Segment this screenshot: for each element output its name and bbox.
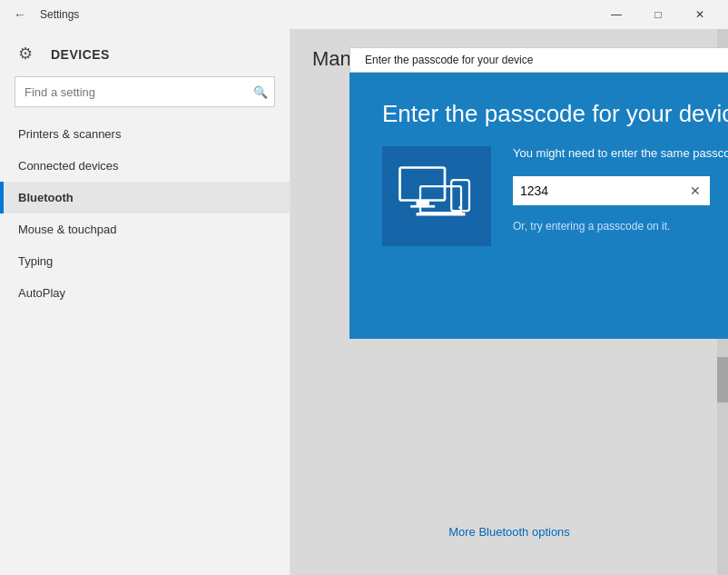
window-title: Settings xyxy=(40,8,79,21)
back-button[interactable]: ← xyxy=(7,2,33,27)
sidebar-item-bluetooth[interactable]: Bluetooth xyxy=(0,182,290,213)
dialog-body: Enter the passcode for your device xyxy=(349,73,728,339)
dialog-content-row: You might need to enter the same passcod… xyxy=(382,146,728,246)
dialog-description: You might need to enter the same passcod… xyxy=(513,146,728,160)
dialog-alt-text: Or, try entering a passcode on it. xyxy=(513,220,728,233)
sidebar-item-printers[interactable]: Printers & scanners xyxy=(0,118,290,150)
search-icon: 🔍 xyxy=(253,85,268,99)
sidebar: ⚙ DEVICES 🔍 Printers & scanners Connecte… xyxy=(0,29,290,575)
svg-rect-0 xyxy=(400,168,446,201)
device-illustration xyxy=(396,160,477,233)
title-bar: ← Settings — □ ✕ xyxy=(0,0,728,29)
content-area: Manage Bluetooth devices Enter the passc… xyxy=(290,29,728,575)
close-button[interactable]: ✕ xyxy=(679,0,721,29)
devices-icon: ⚙ xyxy=(18,44,40,65)
maximize-button[interactable]: □ xyxy=(637,0,679,29)
dialog-right: You might need to enter the same passcod… xyxy=(513,146,728,233)
sidebar-item-connected[interactable]: Connected devices xyxy=(0,150,290,182)
svg-rect-1 xyxy=(417,201,429,205)
sidebar-title: DEVICES xyxy=(51,47,110,62)
svg-rect-5 xyxy=(417,213,466,216)
window-controls: — □ ✕ xyxy=(595,0,721,29)
sidebar-item-mouse[interactable]: Mouse & touchpad xyxy=(0,213,290,245)
dialog-tooltip-bar: Enter the passcode for your device xyxy=(349,47,728,73)
dialog-title: Enter the passcode for your device xyxy=(382,100,728,128)
sidebar-item-typing[interactable]: Typing xyxy=(0,245,290,277)
sidebar-header: ⚙ DEVICES xyxy=(0,29,290,76)
passcode-input-row: ✕ xyxy=(513,176,728,205)
passcode-dialog: Enter the passcode for your device Enter… xyxy=(349,47,728,339)
device-icon-box xyxy=(382,146,491,246)
dialog-buttons: Next Cancel xyxy=(382,273,728,306)
svg-point-7 xyxy=(458,206,462,210)
search-input[interactable] xyxy=(15,76,275,107)
passcode-clear-button[interactable]: ✕ xyxy=(681,176,710,205)
minimize-button[interactable]: — xyxy=(595,0,637,29)
passcode-input[interactable] xyxy=(513,176,681,205)
svg-rect-2 xyxy=(410,205,435,208)
app-body: ⚙ DEVICES 🔍 Printers & scanners Connecte… xyxy=(0,29,728,575)
sidebar-item-autoplay[interactable]: AutoPlay xyxy=(0,277,290,309)
search-bar: 🔍 xyxy=(15,76,275,107)
